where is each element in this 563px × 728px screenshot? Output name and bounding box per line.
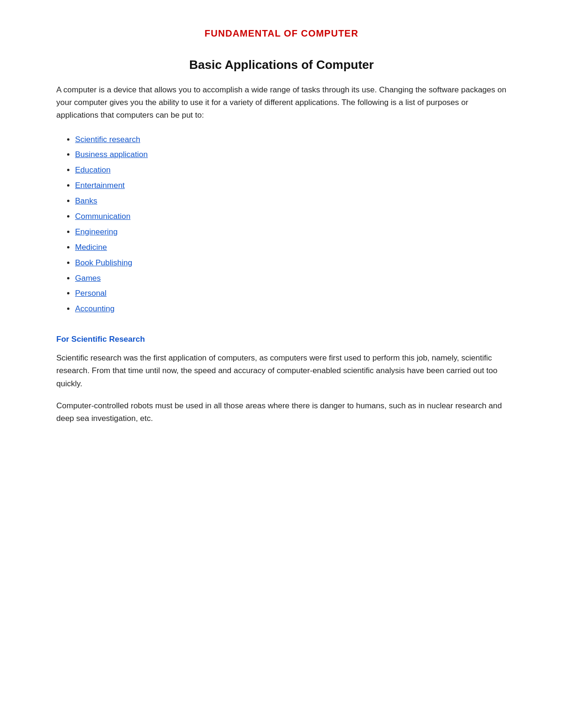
section-heading: Basic Applications of Computer — [56, 58, 507, 72]
list-item-link[interactable]: Business application — [75, 150, 148, 159]
list-item-link[interactable]: Games — [75, 274, 101, 283]
list-item: Entertainment — [75, 179, 507, 193]
intro-paragraph: A computer is a device that allows you t… — [56, 83, 507, 122]
list-item-link[interactable]: Book Publishing — [75, 258, 132, 267]
applications-list: Scientific researchBusiness applicationE… — [56, 133, 507, 316]
subsection: For Scientific ResearchScientific resear… — [56, 335, 507, 425]
subsection-title: For Scientific Research — [56, 335, 507, 344]
list-item-link[interactable]: Engineering — [75, 227, 118, 236]
list-item-link[interactable]: Medicine — [75, 243, 107, 252]
list-item: Banks — [75, 195, 507, 208]
list-item-link[interactable]: Banks — [75, 196, 97, 205]
list-item: Scientific research — [75, 133, 507, 147]
list-item: Accounting — [75, 302, 507, 316]
subsection-paragraph: Computer-controlled robots must be used … — [56, 399, 507, 425]
list-item: Engineering — [75, 225, 507, 239]
list-item-link[interactable]: Communication — [75, 212, 130, 221]
list-item-link[interactable]: Accounting — [75, 304, 114, 313]
list-item-link[interactable]: Personal — [75, 289, 107, 298]
list-item: Business application — [75, 148, 507, 162]
subsection-paragraph: Scientific research was the first applic… — [56, 352, 507, 390]
main-title: FUNDAMENTAL OF COMPUTER — [56, 28, 507, 39]
page-header: FUNDAMENTAL OF COMPUTER — [56, 28, 507, 39]
list-item-link[interactable]: Entertainment — [75, 181, 125, 190]
list-item: Education — [75, 164, 507, 177]
list-item: Personal — [75, 287, 507, 300]
list-item-link[interactable]: Scientific research — [75, 135, 140, 144]
list-item: Medicine — [75, 241, 507, 255]
list-item-link[interactable]: Education — [75, 165, 111, 174]
list-item: Book Publishing — [75, 256, 507, 270]
list-item: Communication — [75, 210, 507, 224]
list-item: Games — [75, 272, 507, 285]
